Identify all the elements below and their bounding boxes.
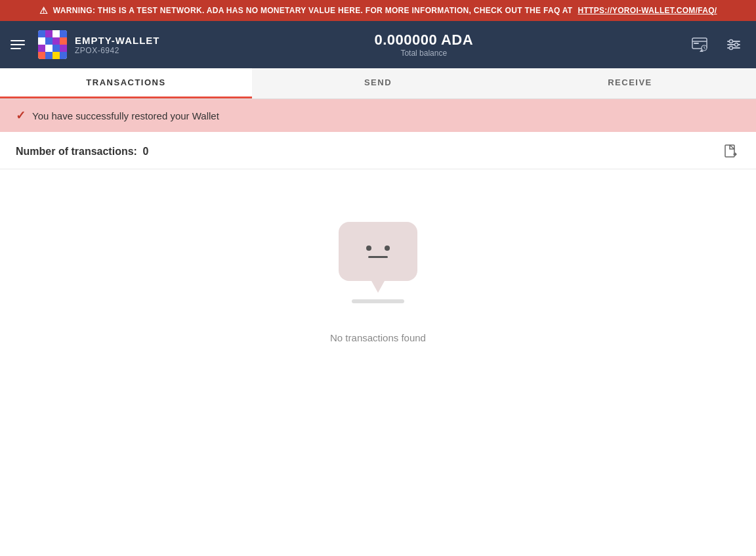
svg-rect-4	[38, 37, 45, 45]
success-message: You have successfully restored your Wall…	[32, 110, 219, 121]
svg-rect-12	[38, 52, 45, 59]
transactions-content: Number of transactions: 0	[0, 132, 756, 370]
svg-rect-7	[60, 37, 67, 45]
header: EMPTY-WALLET ZPOX-6942 0.000000 ADA Tota…	[0, 21, 756, 68]
wallet-settings-icon[interactable]	[688, 33, 711, 56]
wallet-avatar	[38, 30, 67, 59]
header-left: EMPTY-WALLET ZPOX-6942	[10, 30, 160, 59]
svg-rect-2	[52, 30, 60, 37]
svg-rect-0	[38, 30, 45, 37]
bubble-face	[366, 246, 390, 258]
svg-rect-9	[45, 45, 52, 52]
svg-rect-1	[45, 30, 52, 37]
export-button[interactable]	[722, 142, 740, 161]
speech-bubble	[339, 222, 417, 281]
warning-icon: ⚠	[39, 5, 48, 16]
empty-text: No transactions found	[330, 332, 426, 343]
balance-label: Total balance	[400, 49, 447, 58]
svg-rect-13	[45, 52, 52, 59]
bubble-eye-right	[385, 246, 390, 251]
warning-banner: ⚠ WARNING: THIS IS A TEST NETWORK. ADA H…	[0, 0, 756, 21]
transactions-count-label: Number of transactions:	[16, 146, 137, 157]
wallet-id: ZPOX-6942	[75, 46, 160, 55]
svg-rect-18	[694, 43, 699, 44]
bubble-eyes	[366, 246, 390, 251]
empty-illustration	[332, 222, 424, 314]
tab-receive[interactable]: RECEIVE	[504, 68, 756, 98]
svg-point-24	[735, 43, 738, 47]
transactions-count: Number of transactions: 0	[16, 146, 148, 158]
svg-rect-5	[45, 37, 52, 45]
tab-transactions[interactable]: TRANSACTIONS	[0, 68, 252, 98]
menu-icon[interactable]	[10, 40, 25, 49]
empty-state: No transactions found	[0, 169, 756, 370]
filter-settings-icon[interactable]	[722, 33, 746, 56]
wallet-name: EMPTY-WALLET	[75, 35, 160, 46]
svg-rect-3	[60, 30, 67, 37]
svg-point-25	[730, 47, 733, 50]
success-banner: ✓ You have successfully restored your Wa…	[0, 99, 756, 132]
warning-link[interactable]: HTTPS://YOROI-WALLET.COM/FAQ/	[578, 6, 717, 15]
nav-tabs: TRANSACTIONS SEND RECEIVE	[0, 68, 756, 99]
bubble-mouth	[368, 256, 388, 258]
transactions-count-value: 0	[142, 146, 148, 157]
header-right	[688, 33, 746, 56]
svg-rect-6	[52, 37, 60, 45]
svg-rect-10	[52, 45, 60, 52]
warning-text: WARNING: THIS IS A TEST NETWORK. ADA HAS…	[53, 6, 573, 15]
transactions-header: Number of transactions: 0	[0, 132, 756, 169]
wallet-info: EMPTY-WALLET ZPOX-6942	[75, 35, 160, 55]
header-center: 0.000000 ADA Total balance	[160, 32, 688, 58]
shadow-line	[352, 299, 404, 303]
svg-point-23	[730, 40, 733, 43]
svg-rect-14	[52, 52, 60, 59]
svg-rect-8	[38, 45, 45, 52]
svg-rect-15	[60, 52, 67, 59]
bubble-eye-left	[366, 246, 371, 251]
svg-rect-11	[60, 45, 67, 52]
balance-amount: 0.000000 ADA	[374, 32, 473, 49]
tab-send[interactable]: SEND	[252, 68, 504, 98]
check-icon: ✓	[16, 108, 26, 123]
